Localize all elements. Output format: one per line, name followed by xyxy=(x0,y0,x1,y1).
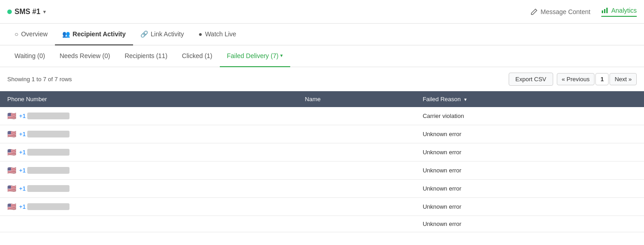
subtab-needs-review-label: Needs Review (0) xyxy=(59,52,110,59)
export-csv-button[interactable]: Export CSV xyxy=(509,73,553,86)
cell-name xyxy=(297,143,415,162)
cell-name xyxy=(297,198,415,216)
col-failed-reason-label: Failed Reason xyxy=(423,96,461,103)
flag-icon: 🇺🇸 xyxy=(7,202,16,211)
flag-icon: 🇺🇸 xyxy=(7,130,16,138)
svg-rect-0 xyxy=(602,10,603,13)
table-row: 🇺🇸+1 ██████████Unknown error xyxy=(0,125,644,143)
phone-number-link[interactable]: +1 ██████████ xyxy=(19,203,69,210)
cell-failed-reason: Unknown error xyxy=(416,143,644,162)
cell-phone: 🇺🇸+1 ██████████ xyxy=(0,198,297,216)
phone-cell: 🇺🇸+1 ██████████ xyxy=(7,148,290,157)
table-row: 🇺🇸+1 ██████████Carrier violation xyxy=(0,107,644,125)
table-row: 🇺🇸+1 ██████████Unknown error xyxy=(0,180,644,198)
page-title: SMS #1 xyxy=(15,8,40,16)
tab-link-activity-label: Link Activity xyxy=(151,30,184,38)
subtab-dropdown-icon: ▾ xyxy=(280,53,283,59)
svg-rect-2 xyxy=(606,8,608,13)
cell-name xyxy=(297,125,415,143)
analytics-label: Analytics xyxy=(611,7,637,14)
tab-watch-live[interactable]: ● Watch Live xyxy=(191,24,243,45)
analytics-section: Analytics xyxy=(601,7,637,17)
cell-name xyxy=(297,162,415,180)
overview-icon: ○ xyxy=(15,30,18,38)
table-row: Unknown error xyxy=(0,216,644,232)
cell-failed-reason: Unknown error xyxy=(416,180,644,198)
phone-cell: 🇺🇸+1 ██████████ xyxy=(7,184,290,193)
col-name: Name xyxy=(297,91,415,107)
redacted-phone: ██████████ xyxy=(27,167,69,174)
cell-phone: 🇺🇸+1 ██████████ xyxy=(0,107,297,125)
phone-cell: 🇺🇸+1 ██████████ xyxy=(7,202,290,211)
nav-tabs: ○ Overview 👥 Recipient Activity 🔗 Link A… xyxy=(0,24,644,45)
phone-number-link[interactable]: +1 ██████████ xyxy=(19,113,69,119)
tab-link-activity[interactable]: 🔗 Link Activity xyxy=(133,24,191,45)
flag-icon: 🇺🇸 xyxy=(7,166,16,175)
subtab-failed-delivery[interactable]: Failed Delivery (7) ▾ xyxy=(220,45,291,67)
subtab-recipients[interactable]: Recipients (11) xyxy=(117,45,174,67)
table-row: 🇺🇸+1 ██████████Unknown error xyxy=(0,143,644,162)
table-row: 🇺🇸+1 ██████████Unknown error xyxy=(0,198,644,216)
phone-cell: 🇺🇸+1 ██████████ xyxy=(7,130,290,138)
title-dropdown-icon[interactable]: ▾ xyxy=(43,9,46,15)
showing-text: Showing 1 to 7 of 7 rows xyxy=(7,76,72,83)
col-phone-number-label: Phone Number xyxy=(7,96,47,103)
bar-chart-icon xyxy=(601,7,609,14)
message-content-label: Message Content xyxy=(540,8,590,15)
pagination-page-1-button[interactable]: 1 xyxy=(595,73,609,85)
phone-number-link[interactable]: +1 ██████████ xyxy=(19,185,69,192)
redacted-phone: ██████████ xyxy=(27,149,69,156)
table-controls: Showing 1 to 7 of 7 rows Export CSV « Pr… xyxy=(0,67,644,91)
sort-arrow-icon: ▾ xyxy=(464,97,467,102)
col-failed-reason[interactable]: Failed Reason ▾ xyxy=(416,91,644,107)
pagination-next-button[interactable]: Next » xyxy=(609,73,637,85)
cell-failed-reason: Unknown error xyxy=(416,216,644,232)
phone-cell: 🇺🇸+1 ██████████ xyxy=(7,112,290,120)
cell-name xyxy=(297,107,415,125)
link-activity-icon: 🔗 xyxy=(140,30,148,38)
flag-icon: 🇺🇸 xyxy=(7,148,16,157)
redacted-phone: ██████████ xyxy=(27,131,69,137)
tab-overview-label: Overview xyxy=(21,30,47,38)
table-header-row: Phone Number Name Failed Reason ▾ xyxy=(0,91,644,107)
subtab-needs-review[interactable]: Needs Review (0) xyxy=(52,45,117,67)
table-row: 🇺🇸+1 ██████████Unknown error xyxy=(0,162,644,180)
top-bar-left: SMS #1 ▾ xyxy=(7,8,46,16)
pagination: « Previous 1 Next » xyxy=(557,73,637,85)
phone-number-link[interactable]: +1 ██████████ xyxy=(19,131,69,137)
phone-number-link[interactable]: +1 ██████████ xyxy=(19,167,69,174)
col-phone-number: Phone Number xyxy=(0,91,297,107)
cell-failed-reason: Unknown error xyxy=(416,125,644,143)
redacted-phone: ██████████ xyxy=(27,203,69,210)
tab-watch-live-label: Watch Live xyxy=(205,30,236,38)
redacted-phone: ██████████ xyxy=(27,185,69,192)
controls-right: Export CSV « Previous 1 Next » xyxy=(509,73,637,86)
pagination-prev-button[interactable]: « Previous xyxy=(557,73,594,85)
tab-recipient-activity[interactable]: 👥 Recipient Activity xyxy=(55,24,133,45)
cell-failed-reason: Carrier violation xyxy=(416,107,644,125)
phone-number-link[interactable]: +1 ██████████ xyxy=(19,149,69,156)
cell-name xyxy=(297,216,415,232)
svg-rect-1 xyxy=(604,9,605,13)
cell-name xyxy=(297,180,415,198)
tab-overview[interactable]: ○ Overview xyxy=(7,24,55,45)
pencil-icon xyxy=(530,8,538,15)
watch-live-icon: ● xyxy=(198,30,202,38)
subtab-clicked[interactable]: Clicked (1) xyxy=(175,45,220,67)
top-bar-right: Message Content Analytics xyxy=(530,7,637,17)
cell-phone: 🇺🇸+1 ██████████ xyxy=(0,180,297,198)
subtab-waiting[interactable]: Waiting (0) xyxy=(7,45,52,67)
message-content-button[interactable]: Message Content xyxy=(530,8,590,15)
cell-phone xyxy=(0,216,297,232)
recipient-activity-icon: 👥 xyxy=(62,30,70,38)
subtab-failed-delivery-label: Failed Delivery (7) xyxy=(227,52,279,59)
cell-phone: 🇺🇸+1 ██████████ xyxy=(0,143,297,162)
flag-icon: 🇺🇸 xyxy=(7,184,16,193)
redacted-phone: ██████████ xyxy=(27,113,69,119)
analytics-button[interactable]: Analytics xyxy=(601,7,637,17)
subtab-clicked-label: Clicked (1) xyxy=(182,52,213,59)
data-table: Phone Number Name Failed Reason ▾ 🇺🇸+1 █… xyxy=(0,91,644,232)
col-name-label: Name xyxy=(305,96,321,103)
phone-cell: 🇺🇸+1 ██████████ xyxy=(7,166,290,175)
cell-phone: 🇺🇸+1 ██████████ xyxy=(0,125,297,143)
